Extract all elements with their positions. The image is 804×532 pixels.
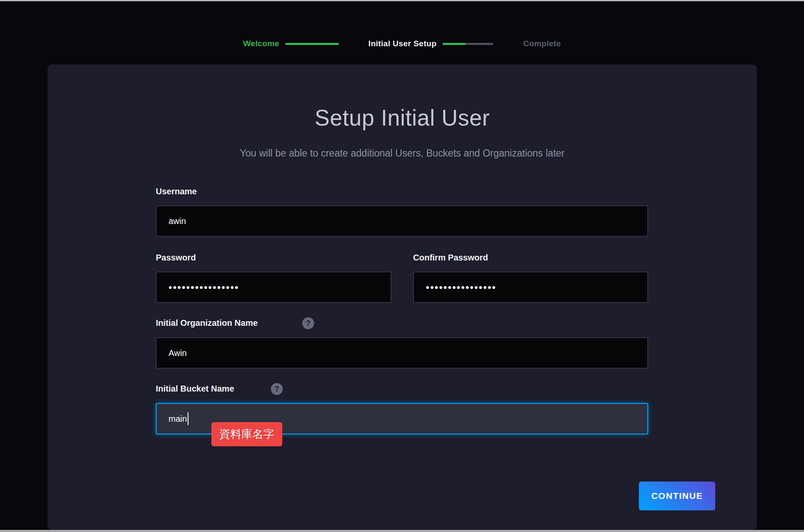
- bottom-edge-strip: [0, 530, 804, 532]
- username-label: Username: [156, 187, 197, 196]
- step-welcome[interactable]: Welcome: [243, 39, 279, 48]
- bucket-annotation-tooltip: 資料庫名字: [211, 422, 282, 446]
- step-connector-done: [285, 43, 339, 45]
- password-input[interactable]: [156, 272, 391, 303]
- text-cursor: [188, 412, 188, 425]
- confirm-password-input[interactable]: [413, 272, 648, 303]
- step-initial-user-setup[interactable]: Initial User Setup: [368, 39, 437, 48]
- step-connector-half: [442, 43, 493, 45]
- bucket-help-icon[interactable]: ?: [271, 383, 283, 395]
- progress-stepper: Welcome Initial User Setup Complete: [0, 36, 804, 52]
- username-input[interactable]: [156, 205, 648, 237]
- continue-button[interactable]: CONTINUE: [639, 482, 715, 510]
- password-label: Password: [156, 253, 196, 263]
- organization-label: Initial Organization Name: [156, 318, 258, 328]
- confirm-password-label: Confirm Password: [413, 253, 488, 263]
- top-edge-strip: [0, 0, 804, 1]
- organization-input[interactable]: [156, 337, 648, 369]
- page-subtitle: You will be able to create additional Us…: [48, 148, 757, 159]
- setup-card: Setup Initial User You will be able to c…: [48, 64, 757, 530]
- page-title: Setup Initial User: [48, 105, 757, 131]
- organization-help-icon[interactable]: ?: [302, 317, 314, 329]
- onboarding-screen: Welcome Initial User Setup Complete Setu…: [0, 0, 804, 532]
- step-complete[interactable]: Complete: [523, 39, 561, 48]
- bucket-input-value: main: [169, 414, 187, 424]
- bucket-label: Initial Bucket Name: [156, 384, 234, 394]
